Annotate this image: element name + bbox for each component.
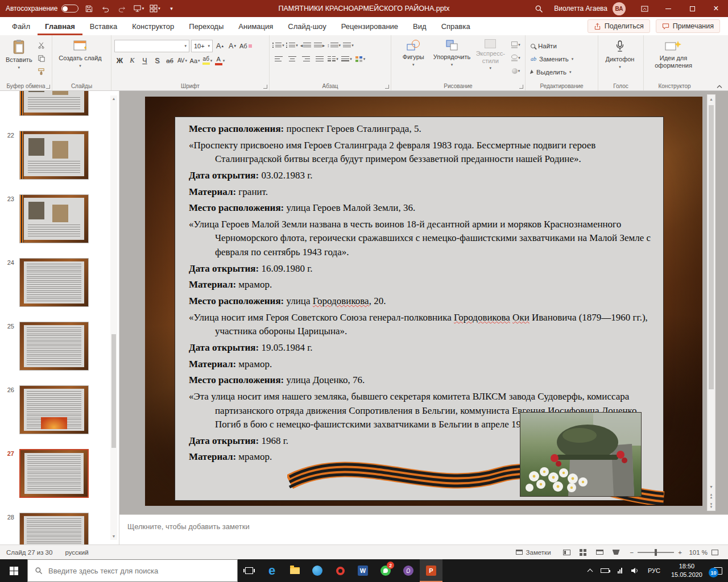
text-direction-button[interactable]: ▾ — [342, 40, 354, 51]
zoom-percentage[interactable]: 101 % — [686, 549, 708, 556]
start-slideshow-button[interactable]: ▾ — [132, 2, 144, 15]
tab-insert[interactable]: Вставка — [82, 17, 125, 35]
scrollbar-thumb[interactable] — [111, 334, 116, 448]
ribbon-display-options-button[interactable] — [632, 0, 656, 17]
grow-font-button[interactable]: А▴ — [214, 40, 225, 52]
slide[interactable]: Место расположения: проспект Героев Стал… — [145, 97, 702, 506]
minimize-button[interactable] — [656, 0, 680, 17]
character-spacing-button[interactable]: AV▾ — [177, 55, 188, 66]
paste-button[interactable]: Вставить▾ — [3, 38, 35, 72]
notes-pane[interactable]: Щелкните, чтобы добавить заметки — [119, 514, 728, 544]
memorial-photo[interactable] — [520, 413, 641, 496]
scrollbar-track[interactable] — [708, 103, 715, 483]
powerpoint-button[interactable]: P — [420, 559, 442, 582]
scroll-down-arrow[interactable]: ▼ — [708, 483, 715, 491]
user-name[interactable]: Виолетта Агаева — [554, 5, 607, 13]
slide-sorter-view-button[interactable] — [576, 547, 591, 558]
clear-formatting-button[interactable]: Аб — [239, 40, 252, 52]
whatsapp-button[interactable]: 2 — [374, 559, 397, 582]
scroll-up-arrow[interactable]: ▲ — [110, 95, 117, 102]
search-input[interactable] — [48, 567, 219, 575]
arrange-button[interactable]: Упорядочить▾ — [433, 38, 471, 69]
show-hidden-icons-button[interactable] — [583, 559, 598, 582]
slide-thumbnail-item[interactable]: 23 — [0, 194, 119, 243]
search-button[interactable] — [532, 2, 545, 15]
collapse-ribbon-button[interactable] — [717, 85, 722, 89]
cut-button[interactable] — [35, 40, 48, 50]
slide-thumbnail[interactable] — [19, 194, 89, 243]
drawing-dialog-launcher[interactable] — [519, 85, 523, 89]
new-slide-button[interactable]: Создать слайд▾ — [55, 38, 105, 70]
format-painter-button[interactable] — [35, 66, 48, 76]
battery-tray-icon[interactable] — [598, 559, 613, 582]
tab-view[interactable]: Вид — [406, 17, 434, 35]
underline-button[interactable]: Ч — [139, 55, 150, 66]
columns-button[interactable]: ▾ — [327, 53, 339, 65]
slide-thumbnail-item[interactable]: 26 — [0, 385, 119, 434]
zoom-in-button[interactable]: + — [678, 549, 682, 556]
slide-thumbnail[interactable] — [19, 91, 89, 116]
viber-button[interactable] — [397, 559, 420, 582]
shrink-font-button[interactable]: А▾ — [227, 40, 238, 52]
font-name-combobox[interactable]: ▾ — [114, 40, 189, 52]
next-slide-button[interactable]: ▼▼ — [708, 501, 715, 510]
slide-thumbnail[interactable] — [19, 258, 89, 307]
increase-indent-button[interactable]: ▸ — [313, 40, 325, 51]
tab-transitions[interactable]: Переходы — [181, 17, 231, 35]
shape-fill-button[interactable]: ▾ — [510, 40, 522, 50]
zoom-out-button[interactable]: − — [630, 549, 634, 556]
slide-thumbnail[interactable] — [19, 322, 89, 371]
taskbar-search[interactable] — [27, 559, 238, 582]
align-left-button[interactable] — [272, 53, 284, 65]
slideshow-view-button[interactable] — [609, 547, 624, 558]
zoom-slider[interactable] — [638, 552, 674, 553]
opera-button[interactable] — [329, 559, 351, 582]
save-button[interactable] — [82, 2, 95, 15]
slide-thumbnail-item[interactable]: 25 — [0, 322, 119, 371]
share-button[interactable]: Поделиться — [588, 19, 650, 33]
bullets-button[interactable]: ▾ — [272, 40, 284, 51]
scrollbar-thumb[interactable] — [709, 105, 714, 389]
close-button[interactable]: × — [704, 0, 728, 17]
word-button[interactable]: W — [351, 559, 374, 582]
notes-toggle-button[interactable]: Заметки — [509, 549, 558, 556]
avatar[interactable]: ВА — [613, 2, 626, 15]
quick-styles-button[interactable]: Экспресс-стили▾ — [471, 38, 510, 72]
comments-button[interactable]: Примечания — [656, 19, 720, 33]
action-center-button[interactable]: 10 — [708, 559, 728, 582]
slide-thumbnail-item[interactable]: 28 — [0, 513, 119, 544]
language-tray-indicator[interactable]: РУС — [642, 567, 666, 574]
file-explorer-button[interactable] — [283, 559, 306, 582]
scroll-down-arrow[interactable]: ▼ — [110, 533, 117, 540]
undo-button[interactable] — [99, 2, 111, 15]
tab-slideshow[interactable]: Слайд-шоу — [280, 17, 333, 35]
start-button[interactable] — [0, 559, 27, 582]
network-tray-icon[interactable] — [613, 559, 627, 582]
design-ideas-button[interactable]: Идеи для оформления — [647, 38, 700, 70]
find-button[interactable]: Найти — [528, 40, 576, 52]
volume-tray-icon[interactable] — [627, 559, 642, 582]
bold-button[interactable]: Ж — [114, 55, 125, 66]
slide-thumbnail-item[interactable]: 24 — [0, 258, 119, 307]
thumbnail-scrollbar[interactable]: ▲ ▼ — [110, 95, 117, 540]
align-right-button[interactable] — [300, 53, 312, 65]
tab-animations[interactable]: Анимация — [231, 17, 280, 35]
language-indicator[interactable]: русский — [59, 549, 94, 556]
shapes-button[interactable]: Фигуры▾ — [394, 38, 433, 69]
maximize-button[interactable] — [680, 0, 704, 17]
paragraph-dialog-launcher[interactable] — [385, 85, 389, 89]
change-case-button[interactable]: Аа▾ — [189, 55, 200, 66]
align-text-button[interactable]: ▾ — [341, 53, 353, 65]
text-highlight-button[interactable]: аб▾ — [202, 55, 213, 66]
slide-thumbnail-item[interactable]: 27 — [0, 449, 119, 498]
slide-thumbnail-item[interactable] — [0, 91, 119, 116]
slide-thumbnail[interactable] — [19, 513, 89, 544]
scroll-up-arrow[interactable]: ▲ — [708, 95, 715, 103]
tab-file[interactable]: Файл — [5, 17, 38, 35]
shape-outline-button[interactable]: ▾ — [510, 53, 522, 63]
select-button[interactable]: Выделить▾ — [528, 66, 576, 78]
convert-smartart-button[interactable]: ▾ — [354, 53, 366, 65]
slide-thumbnail[interactable] — [19, 131, 89, 180]
dictate-button[interactable]: Диктофон▾ — [601, 38, 639, 71]
strikethrough-button[interactable]: аб — [164, 55, 175, 66]
